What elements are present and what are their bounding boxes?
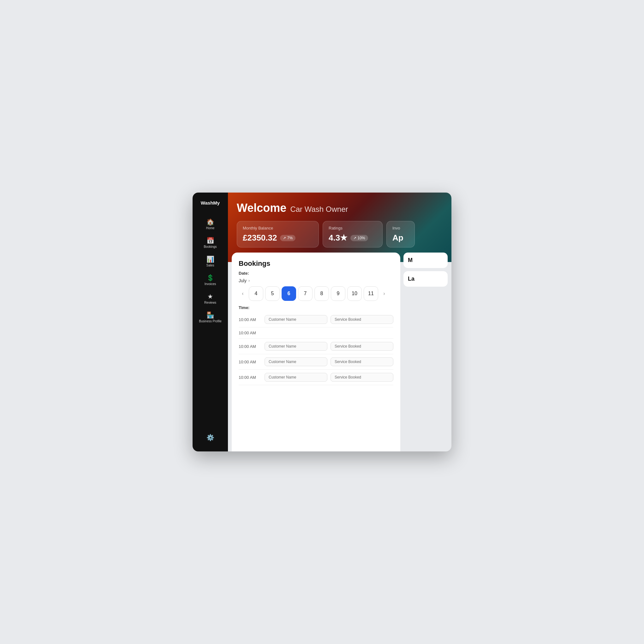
booking-customer: Customer Name (265, 373, 327, 382)
booking-service: Service Booked (331, 357, 393, 366)
booking-row: 10:00 AM Customer Name Service Booked (239, 354, 393, 370)
invoices-icon: 💲 (206, 275, 214, 281)
date-chip-4[interactable]: 4 (249, 286, 263, 301)
reviews-icon: ★ (207, 293, 213, 300)
date-chip-7[interactable]: 7 (298, 286, 313, 301)
date-chip-9[interactable]: 9 (331, 286, 345, 301)
booking-time: 10:00 AM (239, 375, 261, 380)
booking-row: 10:00 AM Customer Name Service Booked (239, 339, 393, 354)
m-panel: M (403, 253, 448, 268)
booking-service: Service Booked (331, 342, 393, 351)
ratings-value-row: 4.3★ ↗ 10% (329, 233, 377, 243)
sidebar-label-bookings: Bookings (204, 245, 217, 248)
welcome-title: Welcome (237, 201, 286, 215)
la-panel-title: La (408, 276, 443, 282)
sidebar-label-reviews: Reviews (204, 301, 216, 304)
sales-icon: 📊 (206, 256, 214, 262)
bookings-panel: Bookings Date: July › ‹ 4 5 6 7 8 9 10 1… (232, 253, 400, 451)
booking-customer: Customer Name (265, 315, 327, 324)
ratings-card: Ratings 4.3★ ↗ 10% (323, 221, 383, 247)
date-label: Date: (239, 271, 393, 276)
sidebar-item-invoices[interactable]: 💲 Invoices (193, 271, 228, 289)
ratings-label: Ratings (329, 226, 377, 230)
welcome-row: Welcome Car Wash Owner (237, 201, 443, 215)
sidebar-item-sales[interactable]: 📊 Sales (193, 253, 228, 270)
main-content: Welcome Car Wash Owner Monthly Balance £… (228, 193, 451, 451)
sidebar-label-sales: Sales (206, 264, 214, 267)
invoices-card: Invo Ap (386, 221, 415, 247)
sidebar-label-home: Home (206, 226, 215, 230)
header-content: Welcome Car Wash Owner Monthly Balance £… (228, 193, 451, 247)
sidebar-item-business-profile[interactable]: 🏪 Business Profile (193, 309, 228, 326)
booking-customer: Customer Name (265, 342, 327, 351)
app-container: WashMy 🏠 Home 📅 Bookings 📊 Sales 💲 Invoi… (193, 193, 451, 451)
booking-list: 10:00 AM Customer Name Service Booked 10… (239, 312, 393, 385)
monthly-balance-badge: ↗ 7% (280, 235, 295, 241)
prev-date-button[interactable]: ‹ (239, 289, 247, 298)
bookings-icon: 📅 (206, 237, 214, 244)
ratings-value: 4.3★ (329, 233, 347, 243)
booking-time: 10:00 AM (239, 344, 261, 349)
sidebar-label-invoices: Invoices (205, 282, 216, 286)
booking-row: 10:00 AM Customer Name Service Booked (239, 370, 393, 385)
booking-row: 10:00 AM (239, 327, 393, 339)
next-date-button[interactable]: › (380, 289, 388, 298)
sidebar-item-home[interactable]: 🏠 Home (193, 216, 228, 233)
welcome-subtitle: Car Wash Owner (290, 205, 348, 214)
booking-time: 10:00 AM (239, 317, 261, 322)
bookings-title: Bookings (239, 259, 393, 268)
la-panel: La (403, 271, 448, 287)
date-chip-10[interactable]: 10 (347, 286, 362, 301)
home-icon: 🏠 (206, 219, 214, 225)
stats-row: Monthly Balance £2350.32 ↗ 7% Ratings 4.… (237, 221, 443, 247)
monthly-balance-label: Monthly Balance (243, 226, 313, 230)
booking-time: 10:00 AM (239, 331, 261, 335)
date-chip-5[interactable]: 5 (265, 286, 280, 301)
date-chip-11[interactable]: 11 (364, 286, 378, 301)
time-section-label: Time: (239, 305, 393, 310)
sidebar-nav: 🏠 Home 📅 Bookings 📊 Sales 💲 Invoices ★ R… (193, 216, 228, 431)
monthly-balance-value: £2350.32 (243, 233, 277, 243)
booking-row: 10:00 AM Customer Name Service Booked (239, 312, 393, 327)
app-logo: WashMy (201, 200, 220, 206)
booking-customer: Customer Name (265, 357, 327, 366)
panels-area: Bookings Date: July › ‹ 4 5 6 7 8 9 10 1… (228, 253, 451, 451)
monthly-balance-value-row: £2350.32 ↗ 7% (243, 233, 313, 243)
booking-service: Service Booked (331, 373, 393, 382)
ratings-badge: ↗ 10% (350, 235, 368, 241)
sidebar-item-reviews[interactable]: ★ Reviews (193, 290, 228, 307)
date-chip-6[interactable]: 6 (282, 286, 296, 301)
date-chip-8[interactable]: 8 (314, 286, 329, 301)
invoices-value: Ap (392, 233, 409, 243)
settings-button[interactable]: ⚙️ (204, 431, 217, 444)
right-panels: M La (403, 253, 448, 451)
sidebar-item-bookings[interactable]: 📅 Bookings (193, 234, 228, 252)
booking-time: 10:00 AM (239, 360, 261, 364)
monthly-balance-card: Monthly Balance £2350.32 ↗ 7% (237, 221, 319, 247)
month-arrow: › (248, 278, 250, 283)
sidebar: WashMy 🏠 Home 📅 Bookings 📊 Sales 💲 Invoi… (193, 193, 228, 451)
sidebar-label-business-profile: Business Profile (199, 319, 222, 323)
business-profile-icon: 🏪 (206, 312, 214, 318)
date-picker-row: ‹ 4 5 6 7 8 9 10 11 › (239, 286, 393, 301)
m-panel-title: M (408, 257, 443, 264)
month-row: July › (239, 278, 393, 283)
sidebar-bottom: ⚙️ (204, 431, 217, 446)
booking-service: Service Booked (331, 315, 393, 324)
invoices-label: Invo (392, 226, 409, 230)
month-name: July (239, 278, 247, 283)
